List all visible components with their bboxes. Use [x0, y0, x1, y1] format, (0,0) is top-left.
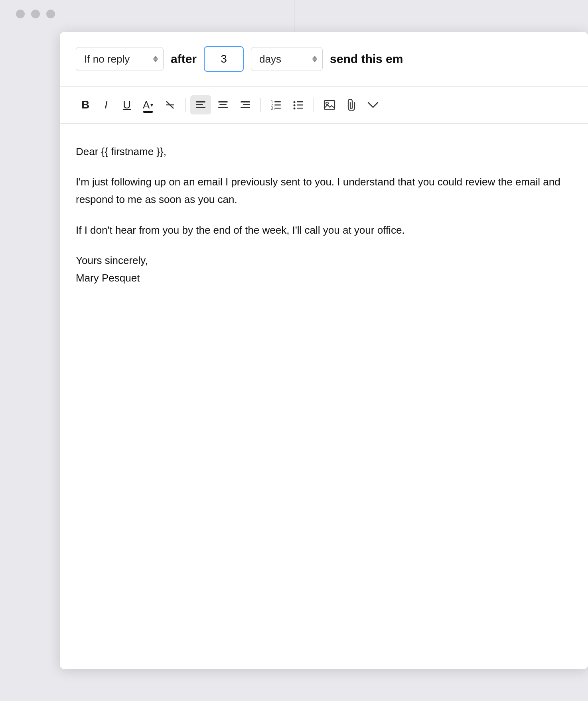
unordered-list-button[interactable] — [288, 95, 309, 114]
svg-rect-4 — [196, 107, 205, 108]
days-input[interactable] — [204, 46, 244, 72]
svg-point-19 — [294, 104, 296, 106]
svg-rect-8 — [241, 101, 250, 102]
bold-button[interactable]: B — [76, 95, 95, 115]
editor-toolbar: B I U A ▾ — [60, 87, 588, 124]
align-left-button[interactable] — [190, 95, 211, 114]
align-left-icon — [195, 100, 206, 110]
traffic-light-maximize[interactable] — [46, 10, 55, 18]
svg-rect-16 — [274, 108, 281, 109]
align-right-button[interactable] — [235, 95, 256, 114]
email-closing: Yours sincerely, Mary Pesquet — [76, 252, 572, 287]
condition-select[interactable]: If no reply If no open Always — [76, 47, 164, 71]
attachment-button[interactable] — [342, 95, 361, 115]
separator-2 — [260, 98, 261, 112]
send-label: send this em — [330, 52, 403, 66]
image-button[interactable] — [319, 95, 340, 114]
svg-rect-6 — [219, 104, 227, 105]
underline-button[interactable]: U — [117, 95, 136, 115]
days-select-wrapper: days hours weeks — [251, 47, 323, 71]
svg-rect-22 — [297, 108, 303, 109]
email-paragraph-2: If I don't hear from you by the end of t… — [76, 221, 572, 239]
align-right-icon — [240, 100, 251, 110]
svg-rect-7 — [218, 107, 228, 108]
font-color-button[interactable]: A ▾ — [138, 95, 158, 115]
unordered-list-icon — [293, 100, 304, 110]
align-center-button[interactable] — [213, 95, 233, 114]
more-options-icon — [367, 100, 379, 110]
svg-rect-12 — [274, 101, 281, 102]
italic-button[interactable]: I — [97, 95, 116, 115]
condition-bar: If no reply If no open Always after days… — [60, 32, 588, 87]
ordered-list-button[interactable]: 1. 2. 3. — [266, 95, 286, 114]
traffic-light-close[interactable] — [16, 10, 25, 18]
svg-point-21 — [294, 108, 296, 110]
image-icon — [324, 99, 335, 110]
email-paragraph-1: I'm just following up on an email I prev… — [76, 173, 572, 208]
separator-3 — [314, 98, 314, 112]
svg-rect-2 — [196, 101, 205, 102]
svg-rect-14 — [274, 104, 281, 106]
svg-rect-18 — [297, 101, 303, 102]
email-greeting: Dear {{ firstname }}, — [76, 143, 572, 160]
svg-rect-23 — [324, 100, 335, 109]
svg-rect-10 — [241, 107, 250, 108]
strikethrough-icon — [164, 99, 176, 110]
email-body[interactable]: Dear {{ firstname }}, I'm just following… — [60, 124, 588, 669]
svg-rect-20 — [297, 104, 303, 106]
days-select[interactable]: days hours weeks — [251, 47, 323, 71]
after-label: after — [171, 52, 197, 66]
svg-rect-3 — [196, 104, 203, 105]
main-window: If no reply If no open Always after days… — [60, 32, 588, 669]
svg-rect-5 — [218, 101, 228, 102]
svg-point-17 — [294, 101, 296, 103]
separator-1 — [185, 98, 185, 112]
ordered-list-icon: 1. 2. 3. — [270, 100, 282, 110]
color-dropdown-arrow: ▾ — [150, 102, 153, 108]
strikethrough-button[interactable] — [160, 95, 180, 114]
attachment-icon — [347, 98, 356, 111]
traffic-light-minimize[interactable] — [31, 10, 40, 18]
svg-point-24 — [326, 102, 328, 104]
svg-rect-9 — [243, 104, 250, 105]
align-center-icon — [217, 100, 229, 110]
color-indicator — [143, 111, 153, 113]
condition-select-wrapper: If no reply If no open Always — [76, 47, 164, 71]
more-options-button[interactable] — [363, 95, 384, 114]
